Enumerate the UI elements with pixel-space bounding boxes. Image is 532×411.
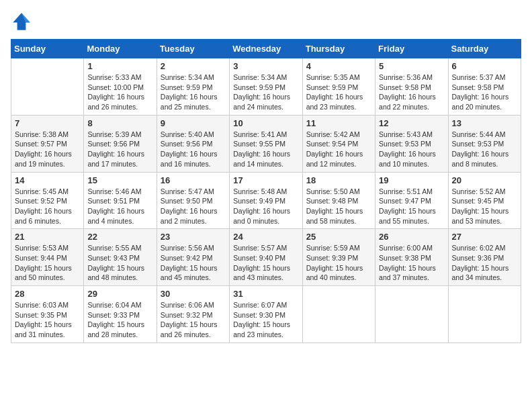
calendar-cell [448, 286, 521, 343]
day-number: 26 [379, 232, 444, 242]
column-header-sunday: Sunday [11, 40, 84, 58]
calendar-cell: 8Sunrise: 5:39 AM Sunset: 9:56 PM Daylig… [84, 115, 157, 172]
calendar-cell: 18Sunrise: 5:50 AM Sunset: 9:48 PM Dayli… [302, 172, 375, 229]
day-info: Sunrise: 5:59 AM Sunset: 9:39 PM Dayligh… [306, 243, 371, 283]
day-info: Sunrise: 6:02 AM Sunset: 9:36 PM Dayligh… [452, 243, 517, 283]
day-number: 22 [87, 232, 152, 242]
day-info: Sunrise: 5:52 AM Sunset: 9:45 PM Dayligh… [452, 187, 517, 226]
calendar-cell: 27Sunrise: 6:02 AM Sunset: 9:36 PM Dayli… [448, 229, 521, 286]
page-header [11, 11, 521, 32]
day-info: Sunrise: 5:56 AM Sunset: 9:42 PM Dayligh… [161, 243, 226, 283]
day-number: 29 [87, 289, 152, 299]
calendar-cell: 3Sunrise: 5:34 AM Sunset: 9:59 PM Daylig… [230, 58, 302, 116]
day-info: Sunrise: 5:45 AM Sunset: 9:52 PM Dayligh… [15, 187, 80, 226]
day-number: 23 [161, 232, 226, 242]
calendar-cell: 23Sunrise: 5:56 AM Sunset: 9:42 PM Dayli… [157, 229, 229, 286]
calendar-cell: 19Sunrise: 5:51 AM Sunset: 9:47 PM Dayli… [375, 172, 448, 229]
calendar-cell: 5Sunrise: 5:36 AM Sunset: 9:58 PM Daylig… [375, 58, 448, 116]
calendar-cell: 20Sunrise: 5:52 AM Sunset: 9:45 PM Dayli… [448, 172, 521, 229]
day-number: 15 [87, 175, 152, 185]
calendar-cell: 28Sunrise: 6:03 AM Sunset: 9:35 PM Dayli… [11, 286, 84, 343]
day-number: 11 [306, 118, 371, 128]
column-header-wednesday: Wednesday [230, 40, 302, 58]
day-number: 14 [15, 175, 80, 185]
day-info: Sunrise: 5:34 AM Sunset: 9:59 PM Dayligh… [233, 73, 298, 112]
day-number: 25 [306, 232, 371, 242]
day-number: 19 [379, 175, 444, 185]
day-info: Sunrise: 5:43 AM Sunset: 9:53 PM Dayligh… [379, 130, 444, 169]
day-info: Sunrise: 5:44 AM Sunset: 9:53 PM Dayligh… [452, 130, 517, 169]
day-number: 27 [452, 232, 517, 242]
calendar-cell: 13Sunrise: 5:44 AM Sunset: 9:53 PM Dayli… [448, 115, 521, 172]
day-info: Sunrise: 5:48 AM Sunset: 9:49 PM Dayligh… [233, 187, 298, 226]
day-number: 18 [306, 175, 371, 185]
day-info: Sunrise: 5:35 AM Sunset: 9:59 PM Dayligh… [306, 73, 371, 112]
day-number: 20 [452, 175, 517, 185]
day-number: 16 [161, 175, 226, 185]
calendar-cell: 25Sunrise: 5:59 AM Sunset: 9:39 PM Dayli… [302, 229, 375, 286]
column-header-monday: Monday [84, 40, 157, 58]
day-number: 2 [161, 61, 226, 71]
calendar-week-row: 1Sunrise: 5:33 AM Sunset: 10:00 PM Dayli… [11, 58, 521, 116]
calendar-cell: 30Sunrise: 6:06 AM Sunset: 9:32 PM Dayli… [157, 286, 229, 343]
day-number: 4 [306, 61, 371, 71]
calendar-cell: 24Sunrise: 5:57 AM Sunset: 9:40 PM Dayli… [230, 229, 302, 286]
day-info: Sunrise: 5:37 AM Sunset: 9:58 PM Dayligh… [452, 73, 517, 112]
calendar-week-row: 28Sunrise: 6:03 AM Sunset: 9:35 PM Dayli… [11, 286, 521, 343]
day-info: Sunrise: 5:33 AM Sunset: 10:00 PM Daylig… [87, 73, 152, 112]
calendar-header-row: SundayMondayTuesdayWednesdayThursdayFrid… [11, 40, 521, 58]
day-number: 3 [233, 61, 298, 71]
day-info: Sunrise: 5:34 AM Sunset: 9:59 PM Dayligh… [161, 73, 226, 112]
day-info: Sunrise: 5:53 AM Sunset: 9:44 PM Dayligh… [15, 243, 80, 283]
calendar-week-row: 14Sunrise: 5:45 AM Sunset: 9:52 PM Dayli… [11, 172, 521, 229]
day-number: 7 [15, 118, 80, 128]
calendar-cell: 10Sunrise: 5:41 AM Sunset: 9:55 PM Dayli… [230, 115, 302, 172]
calendar-table: SundayMondayTuesdayWednesdayThursdayFrid… [11, 39, 521, 343]
day-info: Sunrise: 5:38 AM Sunset: 9:57 PM Dayligh… [15, 130, 80, 169]
calendar-cell: 21Sunrise: 5:53 AM Sunset: 9:44 PM Dayli… [11, 229, 84, 286]
day-number: 28 [15, 289, 80, 299]
day-info: Sunrise: 6:04 AM Sunset: 9:33 PM Dayligh… [87, 300, 152, 340]
day-info: Sunrise: 5:47 AM Sunset: 9:50 PM Dayligh… [161, 187, 226, 226]
column-header-tuesday: Tuesday [157, 40, 229, 58]
calendar-cell: 17Sunrise: 5:48 AM Sunset: 9:49 PM Dayli… [230, 172, 302, 229]
day-info: Sunrise: 6:03 AM Sunset: 9:35 PM Dayligh… [15, 300, 80, 340]
day-info: Sunrise: 5:42 AM Sunset: 9:54 PM Dayligh… [306, 130, 371, 169]
calendar-cell [302, 286, 375, 343]
day-info: Sunrise: 5:40 AM Sunset: 9:56 PM Dayligh… [161, 130, 226, 169]
day-info: Sunrise: 6:06 AM Sunset: 9:32 PM Dayligh… [161, 300, 226, 340]
column-header-thursday: Thursday [302, 40, 375, 58]
day-info: Sunrise: 6:00 AM Sunset: 9:38 PM Dayligh… [379, 243, 444, 283]
day-info: Sunrise: 6:07 AM Sunset: 9:30 PM Dayligh… [233, 300, 298, 340]
day-number: 6 [452, 61, 517, 71]
calendar-cell: 31Sunrise: 6:07 AM Sunset: 9:30 PM Dayli… [230, 286, 302, 343]
calendar-cell: 7Sunrise: 5:38 AM Sunset: 9:57 PM Daylig… [11, 115, 84, 172]
calendar-cell [375, 286, 448, 343]
calendar-week-row: 21Sunrise: 5:53 AM Sunset: 9:44 PM Dayli… [11, 229, 521, 286]
column-header-friday: Friday [375, 40, 448, 58]
day-info: Sunrise: 5:46 AM Sunset: 9:51 PM Dayligh… [87, 187, 152, 226]
day-number: 9 [161, 118, 226, 128]
calendar-cell: 2Sunrise: 5:34 AM Sunset: 9:59 PM Daylig… [157, 58, 229, 116]
calendar-week-row: 7Sunrise: 5:38 AM Sunset: 9:57 PM Daylig… [11, 115, 521, 172]
day-number: 21 [15, 232, 80, 242]
calendar-cell: 1Sunrise: 5:33 AM Sunset: 10:00 PM Dayli… [84, 58, 157, 116]
day-number: 8 [87, 118, 152, 128]
day-info: Sunrise: 5:41 AM Sunset: 9:55 PM Dayligh… [233, 130, 298, 169]
day-info: Sunrise: 5:51 AM Sunset: 9:47 PM Dayligh… [379, 187, 444, 226]
day-number: 17 [233, 175, 298, 185]
day-number: 31 [233, 289, 298, 299]
calendar-cell: 16Sunrise: 5:47 AM Sunset: 9:50 PM Dayli… [157, 172, 229, 229]
calendar-cell: 4Sunrise: 5:35 AM Sunset: 9:59 PM Daylig… [302, 58, 375, 116]
calendar-cell: 15Sunrise: 5:46 AM Sunset: 9:51 PM Dayli… [84, 172, 157, 229]
calendar-cell: 11Sunrise: 5:42 AM Sunset: 9:54 PM Dayli… [302, 115, 375, 172]
calendar-cell: 14Sunrise: 5:45 AM Sunset: 9:52 PM Dayli… [11, 172, 84, 229]
day-number: 1 [87, 61, 152, 71]
day-number: 30 [161, 289, 226, 299]
column-header-saturday: Saturday [448, 40, 521, 58]
day-info: Sunrise: 5:36 AM Sunset: 9:58 PM Dayligh… [379, 73, 444, 112]
calendar-cell: 12Sunrise: 5:43 AM Sunset: 9:53 PM Dayli… [375, 115, 448, 172]
day-number: 12 [379, 118, 444, 128]
day-info: Sunrise: 5:39 AM Sunset: 9:56 PM Dayligh… [87, 130, 152, 169]
calendar-cell: 9Sunrise: 5:40 AM Sunset: 9:56 PM Daylig… [157, 115, 229, 172]
